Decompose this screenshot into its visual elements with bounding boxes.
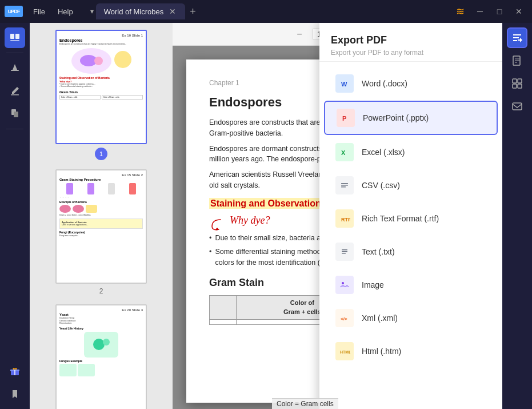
export-word-item[interactable]: W Word (.docx) [324,67,498,100]
csv-icon [335,176,354,194]
svg-text:HTML: HTML [340,350,350,354]
ppt-icon: P [337,109,355,127]
export-excel-item[interactable]: X Excel (.xlsx) [324,136,498,168]
svg-rect-29 [341,183,348,184]
export-html-item[interactable]: HTML Html (.htm) [324,335,498,367]
svg-marker-14 [215,228,219,230]
premium-icon[interactable]: ≋ [451,3,469,20]
excel-label: Excel (.xlsx) [362,148,405,157]
minimize-btn[interactable]: ─ [471,3,489,20]
export-image-item[interactable]: Image [324,269,498,301]
export-text-item[interactable]: Text (.txt) [324,236,498,268]
thumbnail-page-1[interactable]: Ex 10 Slide 1 Endospores Endospores are … [34,30,168,160]
svg-rect-7 [14,112,18,117]
export-title: Export PDF [331,34,491,46]
tab-dropdown-btn[interactable]: ▾ [88,5,96,18]
svg-text:RTF: RTF [341,217,350,223]
ppt-label: PowerPoint (.pptx) [363,113,429,122]
svg-point-39 [342,282,344,284]
close-btn[interactable]: ✕ [510,3,527,20]
image-label: Image [362,280,384,289]
app-logo: UPDF [5,6,23,17]
staining-heading-colored: Staining and Observation [209,198,322,209]
svg-text:P: P [342,115,346,122]
thumb-img-2: Ex 15 Slide 2 Gram Staining Procedure → … [55,169,147,284]
export-ppt-item[interactable]: P PowerPoint (.pptx) [324,101,498,135]
export-list: W Word (.docx) P PowerPoint (.pptx) [319,62,502,409]
sidebar-reader-icon[interactable] [5,27,25,48]
sidebar-edit-icon[interactable] [5,81,25,101]
sidebar-pages-icon[interactable] [5,104,25,124]
menu-help[interactable]: Help [52,5,79,18]
export-panel: Export PDF Export your PDF to any format… [319,23,502,409]
title-bar: UPDF File Help ▾ World of Microbes ✕ + ≋… [0,0,532,23]
tab-title: World of Microbes [104,7,164,16]
svg-rect-3 [11,70,19,71]
zoom-out-btn[interactable]: − [291,26,307,42]
export-rtf-item[interactable]: RTF Rich Text Format (.rtf) [324,202,498,235]
export-csv-item[interactable]: CSV (.csv) [324,169,498,201]
svg-rect-35 [342,249,347,251]
add-tab-btn[interactable]: + [185,6,201,18]
svg-text:W: W [341,81,347,88]
bullet-dot-2: • [209,247,211,268]
export-header: Export PDF Export your PDF to any format [319,23,502,62]
image-icon [335,276,354,294]
svg-rect-38 [340,280,349,289]
svg-rect-36 [342,251,347,252]
sidebar-divider-2 [6,129,23,129]
thumb-img-3: Ex 20 Slide 3 Yeast Incubation Temp: Osm… [55,304,147,409]
svg-rect-48 [513,79,517,83]
thumbnail-page-3[interactable]: Ex 20 Slide 3 Yeast Incubation Temp: Osm… [34,304,168,409]
svg-rect-30 [341,185,348,186]
excel-icon: X [335,143,354,161]
maximize-btn[interactable]: □ [491,3,508,20]
thumbnail-page-2[interactable]: Ex 15 Slide 2 Gram Staining Procedure → … [34,169,168,295]
title-controls: ≋ ─ □ ✕ [451,3,527,20]
right-ocr-icon[interactable] [507,73,527,94]
svg-text:</>: </> [341,316,347,321]
color-legend: Color = Gram cells [272,398,338,409]
sidebar-bookmark-icon[interactable] [5,384,25,404]
svg-rect-31 [341,186,346,188]
sidebar-divider-1 [6,53,23,53]
word-label: Word (.docx) [362,79,407,88]
thumb-number-2: 2 [99,287,103,295]
export-xml-item[interactable]: </> Xml (.xml) [324,302,498,334]
menu-file[interactable]: File [27,5,51,18]
svg-rect-52 [513,103,522,110]
right-mail-icon[interactable] [507,96,527,117]
menu-area: File Help [27,5,79,18]
word-icon: W [335,74,354,93]
right-pdf-icon[interactable] [507,50,527,71]
svg-rect-50 [513,84,517,88]
svg-rect-49 [518,79,522,83]
svg-marker-4 [13,64,17,70]
gram-table-row-1-label [210,319,237,324]
right-export-icon[interactable] [507,27,527,48]
svg-text:X: X [341,149,346,156]
main-layout: Ex 10 Slide 1 Endospores Endospores are … [0,23,532,409]
sidebar-highlight-icon[interactable] [5,58,25,78]
svg-rect-1 [15,34,19,39]
text-label: Text (.txt) [362,247,395,256]
why-dye-arrow-icon [209,215,226,232]
svg-rect-37 [342,253,346,254]
active-tab[interactable]: World of Microbes ✕ [96,3,186,19]
left-sidebar [0,23,30,409]
html-icon: HTML [335,342,354,360]
content-area: − 100% ▾ + Chapter [173,23,532,409]
sidebar-gift-icon[interactable] [5,361,25,382]
svg-rect-2 [10,40,19,41]
tab-area: ▾ World of Microbes ✕ + [88,3,447,19]
svg-rect-0 [10,34,14,39]
csv-label: CSV (.csv) [362,181,400,190]
rtf-label: Rich Text Format (.rtf) [362,214,439,223]
bullet-dot-1: • [209,233,211,244]
tab-close-btn[interactable]: ✕ [168,7,177,16]
html-label: Html (.htm) [362,347,401,356]
svg-rect-5 [11,94,19,96]
thumb-img-1: Ex 10 Slide 1 Endospores Endospores are … [55,30,147,144]
xml-icon: </> [335,309,354,327]
thumbnail-panel: Ex 10 Slide 1 Endospores Endospores are … [30,23,173,409]
